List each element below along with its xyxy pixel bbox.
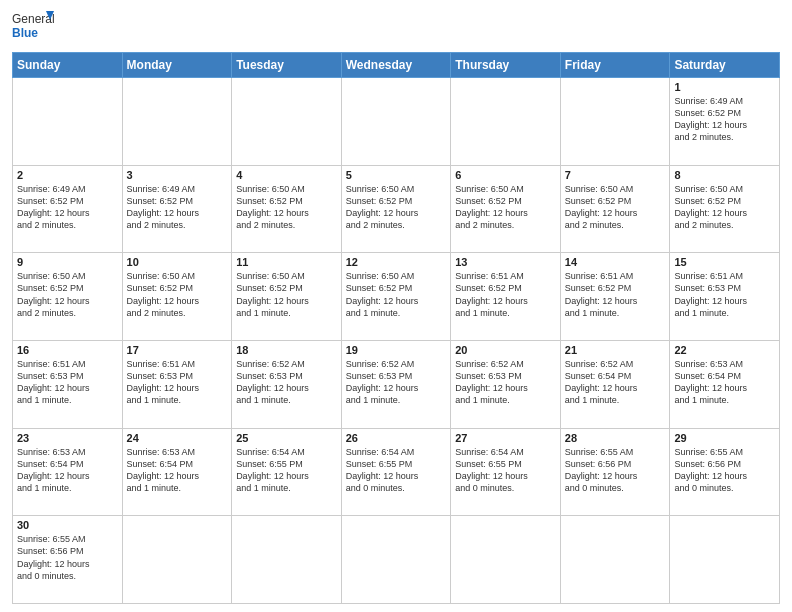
- header: General Blue: [12, 10, 780, 44]
- weekday-thursday: Thursday: [451, 53, 561, 78]
- calendar-cell: 8Sunrise: 6:50 AM Sunset: 6:52 PM Daylig…: [670, 165, 780, 253]
- generalblue-logo-icon: General Blue: [12, 10, 54, 44]
- calendar-cell: 6Sunrise: 6:50 AM Sunset: 6:52 PM Daylig…: [451, 165, 561, 253]
- weekday-tuesday: Tuesday: [232, 53, 342, 78]
- day-info: Sunrise: 6:53 AM Sunset: 6:54 PM Dayligh…: [17, 446, 118, 495]
- day-info: Sunrise: 6:50 AM Sunset: 6:52 PM Dayligh…: [346, 270, 447, 319]
- day-info: Sunrise: 6:52 AM Sunset: 6:53 PM Dayligh…: [455, 358, 556, 407]
- weekday-wednesday: Wednesday: [341, 53, 451, 78]
- day-number: 21: [565, 344, 666, 356]
- day-number: 27: [455, 432, 556, 444]
- day-info: Sunrise: 6:53 AM Sunset: 6:54 PM Dayligh…: [674, 358, 775, 407]
- calendar-week-1: 1Sunrise: 6:49 AM Sunset: 6:52 PM Daylig…: [13, 78, 780, 166]
- calendar-cell: 26Sunrise: 6:54 AM Sunset: 6:55 PM Dayli…: [341, 428, 451, 516]
- day-number: 9: [17, 256, 118, 268]
- calendar-cell: 10Sunrise: 6:50 AM Sunset: 6:52 PM Dayli…: [122, 253, 232, 341]
- calendar-cell: 7Sunrise: 6:50 AM Sunset: 6:52 PM Daylig…: [560, 165, 670, 253]
- calendar-week-6: 30Sunrise: 6:55 AM Sunset: 6:56 PM Dayli…: [13, 516, 780, 604]
- day-info: Sunrise: 6:51 AM Sunset: 6:52 PM Dayligh…: [565, 270, 666, 319]
- day-number: 18: [236, 344, 337, 356]
- day-info: Sunrise: 6:50 AM Sunset: 6:52 PM Dayligh…: [455, 183, 556, 232]
- day-number: 17: [127, 344, 228, 356]
- day-number: 13: [455, 256, 556, 268]
- day-info: Sunrise: 6:49 AM Sunset: 6:52 PM Dayligh…: [127, 183, 228, 232]
- day-number: 11: [236, 256, 337, 268]
- weekday-monday: Monday: [122, 53, 232, 78]
- day-info: Sunrise: 6:55 AM Sunset: 6:56 PM Dayligh…: [674, 446, 775, 495]
- calendar-cell: 4Sunrise: 6:50 AM Sunset: 6:52 PM Daylig…: [232, 165, 342, 253]
- calendar-cell: [232, 516, 342, 604]
- day-info: Sunrise: 6:50 AM Sunset: 6:52 PM Dayligh…: [346, 183, 447, 232]
- day-number: 8: [674, 169, 775, 181]
- calendar-cell: [122, 516, 232, 604]
- day-number: 26: [346, 432, 447, 444]
- day-info: Sunrise: 6:49 AM Sunset: 6:52 PM Dayligh…: [674, 95, 775, 144]
- day-number: 29: [674, 432, 775, 444]
- page: General Blue SundayMondayTuesdayWednesda…: [0, 0, 792, 612]
- day-info: Sunrise: 6:54 AM Sunset: 6:55 PM Dayligh…: [455, 446, 556, 495]
- day-number: 6: [455, 169, 556, 181]
- day-number: 20: [455, 344, 556, 356]
- calendar-cell: 16Sunrise: 6:51 AM Sunset: 6:53 PM Dayli…: [13, 340, 123, 428]
- day-info: Sunrise: 6:53 AM Sunset: 6:54 PM Dayligh…: [127, 446, 228, 495]
- weekday-sunday: Sunday: [13, 53, 123, 78]
- calendar-cell: 21Sunrise: 6:52 AM Sunset: 6:54 PM Dayli…: [560, 340, 670, 428]
- calendar-cell: [560, 516, 670, 604]
- day-number: 25: [236, 432, 337, 444]
- calendar-cell: [341, 516, 451, 604]
- calendar-cell: [451, 516, 561, 604]
- logo: General Blue: [12, 10, 54, 44]
- calendar-cell: [122, 78, 232, 166]
- svg-text:Blue: Blue: [12, 26, 38, 40]
- calendar-cell: [13, 78, 123, 166]
- day-info: Sunrise: 6:52 AM Sunset: 6:53 PM Dayligh…: [346, 358, 447, 407]
- calendar-week-2: 2Sunrise: 6:49 AM Sunset: 6:52 PM Daylig…: [13, 165, 780, 253]
- calendar-cell: 27Sunrise: 6:54 AM Sunset: 6:55 PM Dayli…: [451, 428, 561, 516]
- calendar-table: SundayMondayTuesdayWednesdayThursdayFrid…: [12, 52, 780, 604]
- calendar-week-4: 16Sunrise: 6:51 AM Sunset: 6:53 PM Dayli…: [13, 340, 780, 428]
- day-number: 28: [565, 432, 666, 444]
- day-info: Sunrise: 6:52 AM Sunset: 6:54 PM Dayligh…: [565, 358, 666, 407]
- day-info: Sunrise: 6:51 AM Sunset: 6:53 PM Dayligh…: [127, 358, 228, 407]
- day-info: Sunrise: 6:51 AM Sunset: 6:53 PM Dayligh…: [674, 270, 775, 319]
- calendar-cell: 3Sunrise: 6:49 AM Sunset: 6:52 PM Daylig…: [122, 165, 232, 253]
- day-info: Sunrise: 6:50 AM Sunset: 6:52 PM Dayligh…: [236, 270, 337, 319]
- day-number: 16: [17, 344, 118, 356]
- day-info: Sunrise: 6:50 AM Sunset: 6:52 PM Dayligh…: [236, 183, 337, 232]
- calendar-week-3: 9Sunrise: 6:50 AM Sunset: 6:52 PM Daylig…: [13, 253, 780, 341]
- calendar-cell: 5Sunrise: 6:50 AM Sunset: 6:52 PM Daylig…: [341, 165, 451, 253]
- calendar-cell: [670, 516, 780, 604]
- day-number: 23: [17, 432, 118, 444]
- calendar-cell: 13Sunrise: 6:51 AM Sunset: 6:52 PM Dayli…: [451, 253, 561, 341]
- day-info: Sunrise: 6:50 AM Sunset: 6:52 PM Dayligh…: [565, 183, 666, 232]
- calendar-cell: 12Sunrise: 6:50 AM Sunset: 6:52 PM Dayli…: [341, 253, 451, 341]
- day-number: 2: [17, 169, 118, 181]
- day-info: Sunrise: 6:55 AM Sunset: 6:56 PM Dayligh…: [565, 446, 666, 495]
- weekday-saturday: Saturday: [670, 53, 780, 78]
- calendar-cell: 1Sunrise: 6:49 AM Sunset: 6:52 PM Daylig…: [670, 78, 780, 166]
- day-number: 12: [346, 256, 447, 268]
- day-number: 3: [127, 169, 228, 181]
- day-info: Sunrise: 6:54 AM Sunset: 6:55 PM Dayligh…: [236, 446, 337, 495]
- day-number: 10: [127, 256, 228, 268]
- calendar-cell: [341, 78, 451, 166]
- calendar-cell: 28Sunrise: 6:55 AM Sunset: 6:56 PM Dayli…: [560, 428, 670, 516]
- day-info: Sunrise: 6:49 AM Sunset: 6:52 PM Dayligh…: [17, 183, 118, 232]
- day-number: 30: [17, 519, 118, 531]
- day-info: Sunrise: 6:54 AM Sunset: 6:55 PM Dayligh…: [346, 446, 447, 495]
- calendar-cell: 14Sunrise: 6:51 AM Sunset: 6:52 PM Dayli…: [560, 253, 670, 341]
- calendar-cell: 11Sunrise: 6:50 AM Sunset: 6:52 PM Dayli…: [232, 253, 342, 341]
- day-number: 22: [674, 344, 775, 356]
- weekday-friday: Friday: [560, 53, 670, 78]
- day-info: Sunrise: 6:50 AM Sunset: 6:52 PM Dayligh…: [674, 183, 775, 232]
- day-number: 14: [565, 256, 666, 268]
- calendar-cell: 23Sunrise: 6:53 AM Sunset: 6:54 PM Dayli…: [13, 428, 123, 516]
- calendar-cell: [232, 78, 342, 166]
- calendar-cell: 30Sunrise: 6:55 AM Sunset: 6:56 PM Dayli…: [13, 516, 123, 604]
- day-info: Sunrise: 6:52 AM Sunset: 6:53 PM Dayligh…: [236, 358, 337, 407]
- day-info: Sunrise: 6:51 AM Sunset: 6:53 PM Dayligh…: [17, 358, 118, 407]
- day-number: 7: [565, 169, 666, 181]
- calendar-cell: 19Sunrise: 6:52 AM Sunset: 6:53 PM Dayli…: [341, 340, 451, 428]
- day-info: Sunrise: 6:55 AM Sunset: 6:56 PM Dayligh…: [17, 533, 118, 582]
- calendar-cell: 20Sunrise: 6:52 AM Sunset: 6:53 PM Dayli…: [451, 340, 561, 428]
